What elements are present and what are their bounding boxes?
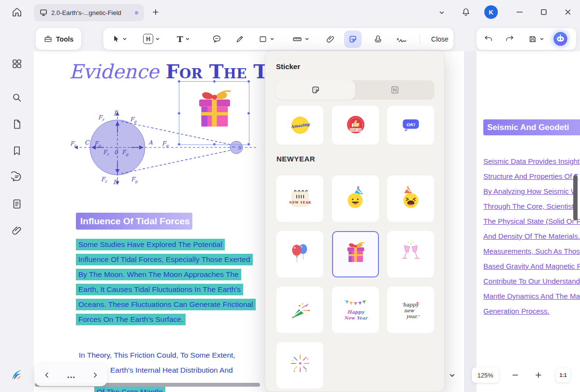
selection-handle[interactable] xyxy=(177,143,181,146)
redo-button[interactable] xyxy=(505,28,515,50)
highlighted-line: Forces On The Earth's Surface. xyxy=(76,314,256,329)
close-tools-button[interactable]: Close xyxy=(427,28,452,50)
select-tool[interactable] xyxy=(111,28,127,50)
sticker-fireworks[interactable] xyxy=(276,342,323,389)
next-page-button[interactable] xyxy=(87,367,103,383)
sticker-happy-new-year-script[interactable]: happy new year. xyxy=(387,287,434,333)
selection-handle[interactable] xyxy=(247,143,250,146)
placed-gift-sticker[interactable] xyxy=(187,85,242,140)
sticker-newyear-calendar[interactable]: NEW YEAR xyxy=(276,175,323,222)
minimize-button[interactable] xyxy=(511,6,528,18)
selection-handle[interactable] xyxy=(213,143,216,146)
shape-tool[interactable] xyxy=(258,28,275,50)
champagne-sticker-icon xyxy=(396,240,425,269)
sidebar-item-bookmarks[interactable] xyxy=(8,142,26,160)
svg-text:new: new xyxy=(404,308,414,313)
script-sticker-icon: happy new year. xyxy=(396,295,426,325)
paperclip-icon xyxy=(326,34,335,44)
comment-tool[interactable] xyxy=(212,28,222,50)
prev-page-button[interactable] xyxy=(39,367,55,383)
sticker-party-popper[interactable] xyxy=(276,287,323,333)
highlighted-line: By The Moon. When The Moon Approaches Th… xyxy=(76,269,256,284)
doc-link[interactable]: By Analyzing How Seismic W xyxy=(483,187,580,202)
doc-link[interactable]: The Physical State (Solid Or F xyxy=(483,217,580,232)
actual-size-button[interactable]: 1:1 xyxy=(556,368,570,382)
view-options-button[interactable] xyxy=(446,369,458,381)
selection-handle[interactable] xyxy=(177,80,181,83)
signature-tool[interactable] xyxy=(395,28,408,50)
placed-sticker-selection[interactable] xyxy=(179,81,249,145)
notifications-button[interactable] xyxy=(459,5,473,19)
selection-handle[interactable] xyxy=(247,112,250,115)
doc-link[interactable]: Based Gravity And Magnetic F xyxy=(483,262,580,277)
sidebar-item-apps[interactable] xyxy=(8,55,26,73)
vertical-scrollbar[interactable] xyxy=(573,175,578,220)
tab-stickers[interactable] xyxy=(276,80,355,100)
sticker-gift-selected[interactable] xyxy=(332,231,379,277)
undo-button[interactable] xyxy=(483,28,493,50)
text-tool[interactable]: T xyxy=(177,28,190,50)
cursor-icon xyxy=(111,34,120,44)
sticker-party-smiley[interactable] xyxy=(332,175,379,222)
highlighted-line: Oceans. These Fluctuations Can Generate … xyxy=(76,299,256,314)
home-icon xyxy=(11,6,23,18)
stamp-tool[interactable] xyxy=(373,28,383,50)
highlighted-line: Some Studies Have Explored The Potential xyxy=(76,239,256,254)
document-tab[interactable]: 2.0-Earth's-...gnetic-Field xyxy=(34,4,144,21)
sidebar-item-search[interactable] xyxy=(8,89,26,106)
pen-tool[interactable] xyxy=(235,28,245,50)
sticker-balloons[interactable] xyxy=(276,231,323,277)
body-line: In Theory, This Friction Could, To Some … xyxy=(79,351,235,360)
page-more-button[interactable]: … xyxy=(63,367,79,383)
home-button[interactable] xyxy=(9,5,25,19)
attachment-tool[interactable] xyxy=(326,28,335,50)
sticker-happy-new-year-banner[interactable]: Happy New Year xyxy=(332,287,379,333)
selection-handle[interactable] xyxy=(177,112,181,115)
sticker-good-job[interactable]: GOOD JOB xyxy=(332,106,379,145)
sticker-ok[interactable]: OK! xyxy=(387,106,434,145)
doc-link[interactable]: And Density Of The Materials. xyxy=(483,232,580,247)
doc-link[interactable]: Contribute To Our Understand xyxy=(483,277,580,292)
maximize-button[interactable] xyxy=(536,6,552,18)
partial-bottom-line: Of The Core-Mantle xyxy=(94,386,165,392)
tab-list-button[interactable] xyxy=(436,7,448,18)
selection-handle[interactable] xyxy=(213,80,216,83)
sidebar-item-comments[interactable] xyxy=(8,168,26,186)
sidebar-item-pages[interactable] xyxy=(8,116,26,133)
measure-tool[interactable] xyxy=(292,28,309,50)
amazing-sticker-icon: Amazing xyxy=(286,111,314,139)
sidebar-item-attachments[interactable] xyxy=(8,222,26,239)
close-tools-label: Close xyxy=(431,35,449,43)
sticker-champagne[interactable] xyxy=(387,231,434,277)
doc-link[interactable]: Measurements, Such As Thos xyxy=(483,247,580,262)
heading-tool[interactable]: H xyxy=(143,28,160,50)
doc-link[interactable]: Seismic Data Provides Insight xyxy=(483,157,580,172)
tab-document-icon xyxy=(40,9,47,16)
selection-handle[interactable] xyxy=(247,80,250,83)
new-tab-button[interactable] xyxy=(151,7,160,17)
save-icon xyxy=(528,34,537,44)
zoom-out-button[interactable] xyxy=(509,369,521,381)
sticker-tool[interactable] xyxy=(344,30,362,48)
ai-assistant-button[interactable] xyxy=(553,31,568,46)
app-logo[interactable] xyxy=(10,367,24,382)
rectangle-icon xyxy=(258,34,268,44)
tools-group[interactable]: Tools xyxy=(36,28,81,50)
zoom-level-button[interactable]: 125% xyxy=(472,367,499,383)
sidebar-item-thumbnails[interactable] xyxy=(8,195,26,213)
chevron-down-icon xyxy=(304,37,309,42)
doc-link[interactable]: Structure And Properties Of T xyxy=(483,172,580,187)
sticker-amazing[interactable]: Amazing xyxy=(276,106,323,145)
svg-text:New Year: New Year xyxy=(344,315,368,320)
sticker-laughing-emoji[interactable] xyxy=(387,175,434,222)
plus-icon xyxy=(152,8,160,16)
avatar[interactable]: K xyxy=(484,5,498,19)
tab-notes[interactable] xyxy=(355,80,435,100)
doc-link[interactable]: Through The Core, Scientists xyxy=(483,202,580,217)
doc-link[interactable]: Generation Process. xyxy=(483,307,580,322)
save-button[interactable] xyxy=(528,28,544,50)
doc-link[interactable]: Mantle Dynamics And The Ma xyxy=(483,292,580,307)
pen-icon xyxy=(235,34,245,44)
zoom-in-button[interactable] xyxy=(533,369,544,381)
close-window-button[interactable] xyxy=(560,6,576,18)
